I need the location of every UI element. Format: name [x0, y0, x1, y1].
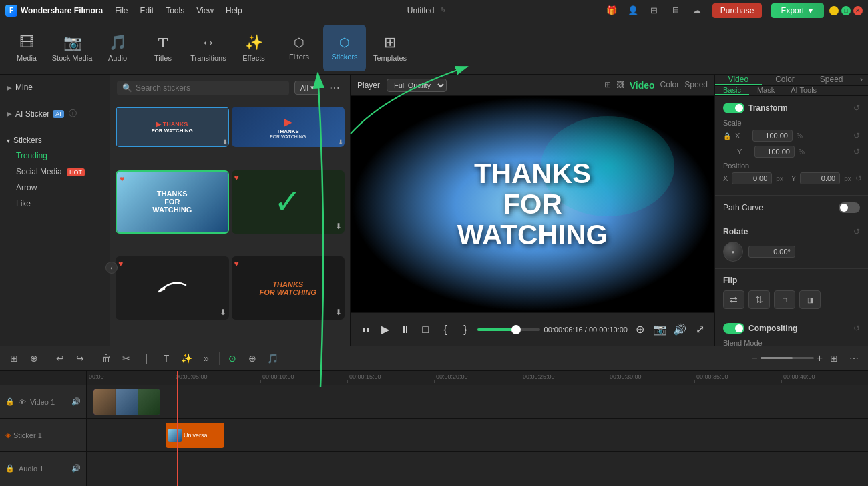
flip-horizontal-button[interactable]: ⇄ — [723, 290, 744, 309]
menu-view[interactable]: View — [191, 3, 219, 18]
menu-tools[interactable]: Tools — [160, 3, 190, 18]
compositing-toggle[interactable] — [723, 323, 744, 334]
track-audio-vol-icon[interactable]: 🔊 — [71, 464, 81, 473]
category-arrow[interactable]: Arrow — [7, 180, 103, 196]
toolbar-stock-media[interactable]: 📷 Stock Media — [51, 25, 93, 71]
tl-add-video-button[interactable]: ⊞ — [5, 350, 23, 367]
compositing-reset-icon[interactable]: ↺ — [853, 324, 860, 333]
gift-icon[interactable]: 🎁 — [606, 5, 618, 17]
settings-icon[interactable]: Video — [630, 80, 655, 91]
rotate-reset-icon[interactable]: ↺ — [853, 227, 860, 236]
tab-video[interactable]: Video — [715, 75, 762, 85]
path-curve-toggle[interactable] — [839, 202, 860, 213]
close-button[interactable]: ✕ — [853, 6, 863, 15]
volume-button[interactable]: 🔊 — [672, 322, 688, 338]
title-edit-icon[interactable]: ✎ — [440, 6, 446, 15]
subtab-basic[interactable]: Basic — [715, 86, 749, 95]
category-trending[interactable]: Trending — [7, 148, 103, 164]
save-cloud-icon[interactable]: ☁ — [691, 5, 703, 17]
tl-ripple-button[interactable]: ⊕ — [244, 350, 261, 367]
toolbar-filters[interactable]: ⬡ Filters — [278, 25, 320, 71]
tl-undo-button[interactable]: ↩ — [51, 350, 69, 367]
tl-more2-button[interactable]: ⋯ — [845, 350, 863, 367]
profile-icon[interactable]: 👤 — [627, 5, 639, 17]
ai-sticker-header[interactable]: ▶ AI Sticker AI ⓘ — [7, 105, 103, 122]
track-lock-icon-audio[interactable]: 🔒 — [5, 464, 15, 473]
tl-effects-button[interactable]: ✨ — [178, 350, 195, 367]
grid-view-icon[interactable]: ⊞ — [604, 80, 611, 91]
color-tab[interactable]: Color — [660, 80, 680, 91]
more-options-button[interactable]: ⋯ — [326, 80, 343, 95]
scale-y-input[interactable] — [754, 146, 795, 158]
time-thumb[interactable] — [511, 325, 521, 334]
play-button[interactable]: ▶ — [377, 322, 393, 338]
more-tabs-button[interactable]: › — [855, 75, 868, 85]
category-like[interactable]: Like — [7, 196, 103, 212]
tl-add-audio-button[interactable]: ⊕ — [25, 350, 43, 367]
quality-select[interactable]: Full Quality — [387, 79, 447, 92]
skip-back-button[interactable]: ⏮ — [357, 322, 373, 338]
transform-reset-icon[interactable]: ↺ — [853, 103, 860, 113]
toolbar-titles[interactable]: T Titles — [142, 25, 184, 71]
playhead[interactable] — [177, 385, 178, 486]
track-eye-icon-video[interactable]: 👁 — [19, 398, 26, 406]
toolbar-transitions[interactable]: ↔ Transitions — [187, 25, 230, 71]
tl-audio-button[interactable]: 🎵 — [264, 350, 281, 367]
ai-info-icon[interactable]: ⓘ — [69, 108, 77, 119]
toolbar-effects[interactable]: ✨ Effects — [232, 25, 275, 71]
menu-edit[interactable]: Edit — [134, 3, 159, 18]
stickers-section-header[interactable]: ▾ Stickers — [7, 133, 103, 148]
monitor-icon[interactable]: 🖥 — [670, 5, 682, 17]
tl-zoom-out-button[interactable]: − — [751, 352, 757, 364]
tl-cut-button[interactable]: ✂ — [118, 350, 135, 367]
tl-zoom-track[interactable] — [761, 357, 814, 359]
scale-x-reset[interactable]: ↺ — [853, 131, 860, 140]
fullscreen-icon[interactable]: 🖼 — [616, 80, 624, 91]
pos-x-input[interactable] — [732, 172, 772, 184]
scale-x-input[interactable] — [752, 130, 793, 142]
search-input[interactable] — [136, 83, 284, 93]
tl-zoom-in-button[interactable]: + — [817, 352, 823, 364]
flip-btn-4[interactable]: ◨ — [799, 290, 821, 309]
subtab-ai-tools[interactable]: AI Tools — [783, 86, 825, 95]
position-reset[interactable]: ↺ — [855, 174, 862, 183]
sticker-item-4[interactable]: ✓ ♥ ⬇ — [232, 170, 345, 234]
sticker-item-5[interactable]: ♥ ⬇ — [116, 256, 229, 320]
purchase-button[interactable]: Purchase — [712, 3, 763, 18]
time-track[interactable] — [477, 328, 540, 331]
tl-redo-button[interactable]: ↪ — [71, 350, 89, 367]
collapse-left-panel-button[interactable]: ‹ — [105, 262, 118, 274]
tl-grid-button[interactable]: ⊞ — [825, 350, 843, 367]
transform-toggle[interactable] — [723, 103, 744, 113]
export-button[interactable]: Export ▼ — [771, 3, 824, 18]
tab-speed[interactable]: Speed — [808, 75, 855, 85]
mark-out-button[interactable]: } — [457, 322, 473, 338]
track-clip-sticker[interactable]: Universal — [166, 423, 224, 448]
toolbar-stickers[interactable]: ⬡ Stickers — [323, 25, 366, 71]
toolbar-templates[interactable]: ⊞ Templates — [369, 25, 411, 71]
track-audio-icon-video[interactable]: 🔊 — [71, 397, 81, 406]
tl-text-button[interactable]: T — [158, 350, 175, 367]
subtab-mask[interactable]: Mask — [749, 86, 783, 95]
sticker-item-3[interactable]: THANKSFORWATCHING ♥ — [116, 170, 229, 234]
menu-file[interactable]: File — [110, 3, 133, 18]
scale-y-reset[interactable]: ↺ — [853, 147, 860, 156]
mark-in-button[interactable]: { — [437, 322, 453, 338]
mine-section-header[interactable]: ▶ Mine — [7, 80, 103, 95]
grid-icon[interactable]: ⊞ — [648, 5, 660, 17]
sticker-item-2[interactable]: ▶ THANKS FOR WATCHING ⬇ — [232, 107, 345, 147]
tl-snap-button[interactable]: ⊙ — [224, 350, 241, 367]
flip-vertical-button[interactable]: ⇅ — [748, 290, 770, 309]
fullscreen-button[interactable]: ⤢ — [692, 322, 708, 338]
maximize-button[interactable]: □ — [841, 6, 851, 15]
filter-all-button[interactable]: All ▾ — [294, 81, 320, 95]
minimize-button[interactable]: ─ — [829, 6, 839, 15]
sticker-item-1[interactable]: ▶ THANKS FOR WATCHING ⬇ — [116, 107, 229, 147]
tl-more-button[interactable]: » — [198, 350, 215, 367]
camera-button[interactable]: 📷 — [652, 322, 668, 338]
toolbar-media[interactable]: 🎞 Media — [5, 25, 48, 71]
rotate-dial[interactable]: ● — [723, 242, 743, 262]
flip-btn-3[interactable]: □ — [774, 290, 795, 309]
toolbar-audio[interactable]: 🎵 Audio — [96, 25, 139, 71]
pos-y-input[interactable] — [800, 172, 840, 184]
